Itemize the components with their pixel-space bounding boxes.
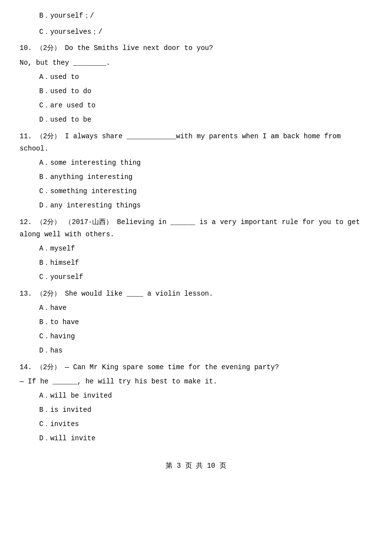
page-footer: 第 3 页 共 10 页 [20, 460, 372, 472]
question-12-header: 12. （2分） （2017·山西） Believing in ______ i… [20, 216, 372, 241]
option-11c: C．something interesting [39, 185, 372, 198]
question-14: 14. （2分） — Can Mr King spare some time f… [20, 361, 372, 445]
option-11b: B．anything interesting [39, 171, 372, 183]
question-score: （2分） [36, 363, 61, 371]
question-number: 11. [20, 132, 32, 140]
option-14c: C．invites [39, 418, 372, 430]
question-10-header: 10. （2分） Do the Smiths live next door to… [20, 42, 372, 54]
option-11d: D．any interesting things [39, 200, 372, 212]
question-text: — Can Mr King spare some time for the ev… [65, 363, 279, 371]
question-text: Do the Smiths live next door to you? [65, 44, 213, 52]
question-11-header: 11. （2分） I always share ____________with… [20, 130, 372, 155]
question-number: 12. [20, 218, 32, 226]
question-number: 10. [20, 44, 32, 52]
option-12c: C．yourself [39, 271, 372, 283]
option-14a: A．will be invited [39, 390, 372, 402]
option-10b: B．used to do [39, 85, 372, 98]
question-14-header: 14. （2分） — Can Mr King spare some time f… [20, 361, 372, 374]
option-text: B．yourself；/ [39, 10, 372, 22]
option-10a: A．used to [39, 71, 372, 83]
option-text: C．yourselves；/ [39, 26, 372, 38]
question-13-header: 13. （2分） She would like ____ a violin le… [20, 288, 372, 300]
question-score: （2分） [36, 218, 61, 226]
question-year: （2017·山西） [65, 218, 113, 226]
question-10-subtext: No, but they ________. [20, 57, 372, 69]
question-text: I always share ____________with my paren… [20, 132, 341, 152]
option-10c: C．are used to [39, 100, 372, 112]
option-12b: B．himself [39, 257, 372, 269]
question-12: 12. （2分） （2017·山西） Believing in ______ i… [20, 216, 372, 284]
option-10d: D．used to be [39, 114, 372, 126]
option-b-yourself: B．yourself；/ [20, 10, 372, 22]
page-number: 第 3 页 共 10 页 [166, 462, 226, 470]
question-score: （2分） [36, 44, 61, 52]
question-14-subtext: — If he ______, he will try his best to … [20, 376, 372, 388]
option-c-yourselves: C．yourselves；/ [20, 26, 372, 38]
option-13d: D．has [39, 345, 372, 357]
option-12a: A．myself [39, 243, 372, 255]
question-text: She would like ____ a violin lesson. [65, 290, 213, 298]
question-10: 10. （2分） Do the Smiths live next door to… [20, 42, 372, 126]
option-13a: A．have [39, 302, 372, 314]
question-score: （2分） [36, 132, 61, 140]
option-11a: A．some interesting thing [39, 157, 372, 169]
option-13b: B．to have [39, 316, 372, 328]
option-13c: C．having [39, 330, 372, 343]
option-14d: D．will invite [39, 432, 372, 445]
question-11: 11. （2分） I always share ____________with… [20, 130, 372, 212]
question-number: 14. [20, 363, 32, 371]
question-13: 13. （2分） She would like ____ a violin le… [20, 288, 372, 357]
option-14b: B．is invited [39, 404, 372, 416]
question-score: （2分） [36, 290, 61, 298]
question-number: 13. [20, 290, 32, 298]
